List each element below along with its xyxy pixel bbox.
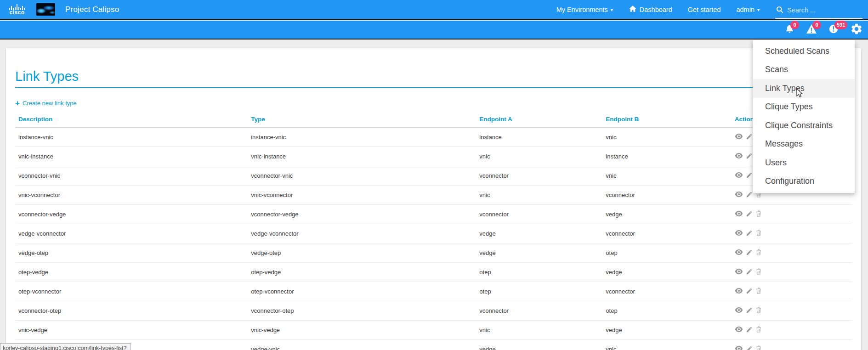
- settings-menu-item[interactable]: Configuration: [753, 172, 855, 191]
- delete-icon[interactable]: [755, 268, 762, 277]
- view-icon[interactable]: [735, 268, 743, 276]
- user-menu[interactable]: admin ▾: [736, 6, 760, 13]
- cell-type: vnic-vconnector: [248, 186, 476, 205]
- cell-endpoint-b: vnic: [602, 127, 731, 147]
- view-icon[interactable]: [735, 249, 743, 257]
- view-icon[interactable]: [735, 172, 743, 180]
- top-navbar: cisco Project Calipso My Environments ▾ …: [0, 0, 868, 20]
- edit-icon[interactable]: [746, 230, 753, 238]
- edit-icon[interactable]: [746, 172, 753, 180]
- get-started-link[interactable]: Get started: [688, 6, 721, 13]
- delete-icon[interactable]: [755, 287, 762, 296]
- delete-icon[interactable]: [755, 248, 762, 257]
- column-header-endpoint-b: Endpoint B: [602, 113, 731, 127]
- warnings-badge: 0: [812, 21, 821, 29]
- cisco-logo-text: cisco: [9, 10, 24, 15]
- column-header-endpoint-a: Endpoint A: [476, 113, 602, 127]
- view-icon[interactable]: [735, 152, 743, 160]
- warnings-button[interactable]: 0: [806, 24, 817, 36]
- cell-description: vnic-vconnector: [15, 186, 248, 205]
- edit-icon[interactable]: [746, 133, 753, 141]
- settings-button[interactable]: [850, 23, 863, 37]
- table-row: vedge-vnic vedge-vnic vedge vnic: [15, 340, 852, 350]
- cell-description: vnic-vedge: [15, 321, 248, 340]
- cell-endpoint-b: vedge: [602, 263, 731, 282]
- search-input[interactable]: Search ...: [775, 5, 862, 19]
- column-header-type: Type: [248, 113, 476, 127]
- errors-button[interactable]: 591: [828, 24, 840, 36]
- cell-description: vconnector-vnic: [15, 166, 248, 186]
- cell-description: otep-vconnector: [15, 282, 248, 301]
- dashboard-label: Dashboard: [640, 6, 672, 13]
- delete-icon[interactable]: [755, 210, 762, 219]
- delete-icon[interactable]: [755, 326, 762, 334]
- view-icon[interactable]: [735, 191, 743, 199]
- settings-menu-item[interactable]: Link Types: [753, 79, 855, 98]
- cell-endpoint-b: vnic: [602, 340, 731, 350]
- cisco-logo: cisco: [6, 4, 28, 15]
- cell-type: vnic-instance: [248, 147, 476, 166]
- link-types-table: Description Type Endpoint A Endpoint B A…: [15, 113, 852, 350]
- plus-icon: +: [15, 100, 20, 106]
- search-icon: [776, 6, 783, 15]
- get-started-label: Get started: [688, 6, 721, 13]
- my-environments-menu[interactable]: My Environments ▾: [556, 6, 613, 13]
- settings-menu-item[interactable]: Scans: [753, 61, 855, 79]
- cell-endpoint-b: vconnector: [602, 224, 731, 243]
- cell-endpoint-b: vnic: [602, 166, 731, 186]
- user-label: admin: [736, 6, 755, 13]
- cell-endpoint-b: vconnector: [602, 282, 731, 301]
- cell-endpoint-a: vedge: [476, 340, 602, 350]
- cell-endpoint-a: otep: [476, 263, 602, 282]
- edit-icon[interactable]: [746, 249, 753, 257]
- view-icon[interactable]: [735, 133, 743, 141]
- settings-menu-item[interactable]: Clique Constraints: [753, 116, 855, 135]
- create-link-type-label: Create new link type: [23, 100, 77, 107]
- edit-icon[interactable]: [746, 345, 753, 350]
- edit-icon[interactable]: [746, 210, 753, 219]
- cell-endpoint-a: vnic: [476, 186, 602, 205]
- view-icon[interactable]: [735, 326, 743, 334]
- cell-endpoint-b: vedge: [602, 321, 731, 340]
- table-row: vnic-vedge vnic-vedge vnic vedge: [15, 321, 852, 340]
- table-row: vconnector-vedge vconnector-vedge vconne…: [15, 205, 852, 224]
- chevron-down-icon: ▾: [757, 7, 760, 12]
- cell-endpoint-b: otep: [602, 301, 731, 321]
- cell-type: vedge-vnic: [248, 340, 476, 350]
- view-icon[interactable]: [735, 288, 743, 295]
- edit-icon[interactable]: [746, 268, 753, 277]
- cell-endpoint-a: instance: [476, 127, 602, 147]
- cell-endpoint-a: vnic: [476, 147, 602, 166]
- table-row: vedge-vconnector vedge-vconnector vedge …: [15, 224, 852, 243]
- cell-endpoint-b: vconnector: [602, 186, 731, 205]
- table-row: vnic-vconnector vnic-vconnector vnic vco…: [15, 186, 852, 205]
- delete-icon[interactable]: [755, 306, 762, 315]
- settings-menu-item[interactable]: Messages: [753, 135, 855, 154]
- view-icon[interactable]: [735, 230, 743, 237]
- settings-menu-item[interactable]: Scheduled Scans: [753, 42, 855, 61]
- cell-description: instance-vnic: [15, 127, 248, 147]
- cell-description: vconnector-otep: [15, 301, 248, 321]
- view-icon[interactable]: [735, 307, 743, 315]
- settings-menu-item[interactable]: Clique Types: [753, 98, 855, 117]
- edit-icon[interactable]: [746, 152, 753, 161]
- create-link-type-button[interactable]: + Create new link type: [15, 100, 77, 107]
- edit-icon[interactable]: [746, 307, 753, 315]
- notification-bar: 0 0 591: [0, 21, 868, 40]
- edit-icon[interactable]: [746, 288, 753, 296]
- settings-menu-item[interactable]: Users: [753, 153, 855, 172]
- cell-endpoint-b: otep: [602, 243, 731, 263]
- edit-icon[interactable]: [746, 191, 753, 199]
- cell-type: vedge-vconnector: [248, 224, 476, 243]
- cell-type: otep-vconnector: [248, 282, 476, 301]
- cell-endpoint-a: vconnector: [476, 205, 602, 224]
- dashboard-link[interactable]: Dashboard: [629, 5, 672, 14]
- delete-icon[interactable]: [755, 229, 762, 238]
- notifications-button[interactable]: 0: [783, 24, 795, 36]
- edit-icon[interactable]: [746, 326, 753, 334]
- view-icon[interactable]: [735, 345, 743, 350]
- app-title: Project Calipso: [65, 5, 119, 14]
- delete-icon[interactable]: [755, 345, 762, 350]
- view-icon[interactable]: [735, 210, 743, 218]
- cell-description: vedge-otep: [15, 243, 248, 263]
